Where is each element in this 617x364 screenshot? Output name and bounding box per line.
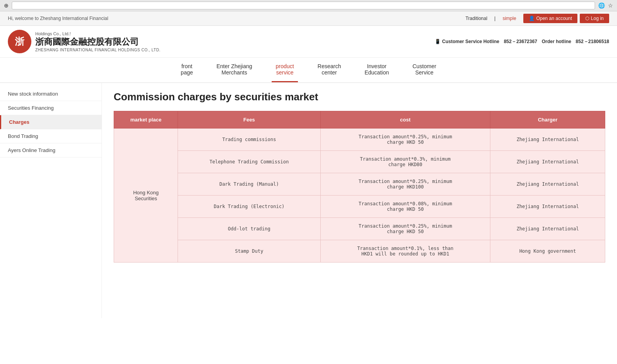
url-bar[interactable]: cnzsqh.hk/list.php?pid=2&ty=11&tty=20 [12, 2, 595, 9]
main-layout: New stock information Securities Financi… [0, 83, 617, 318]
fee-odd-lot: Odd-lot trading [178, 218, 320, 240]
table-row: Odd-lot trading Transaction amount*0.25%… [114, 218, 605, 240]
table-row: Telephone Trading Commission Transaction… [114, 151, 605, 173]
fee-stamp-duty: Stamp Duty [178, 240, 320, 263]
phone-icon: 📱 [435, 39, 441, 44]
order-number: 852－21806518 [576, 39, 609, 44]
hotline-label: Customer Service Hotline [442, 39, 499, 44]
sidebar-item-ayers[interactable]: Ayers Online Trading [0, 143, 102, 158]
charger-dark-electronic: Zhejiang International [490, 196, 605, 218]
open-account-button[interactable]: 👤 Open an account [523, 14, 577, 23]
main-nav: front page Enter Zhejiang Merchants prod… [0, 58, 617, 83]
logo-text-area: Holdings Co., Ltd.! 浙商國際金融控股有限公司 ZHESHAN… [35, 31, 160, 52]
cost-odd-lot: Transaction amount*0.25%, minimum charge… [320, 218, 490, 240]
nav-item-customer[interactable]: Customer Service [408, 58, 440, 82]
fee-dark-manual: Dark Trading (Manual) [178, 173, 320, 196]
bookmark-icon[interactable]: ☆ [608, 2, 613, 9]
cost-dark-manual: Transaction amount*0.25%, minimum charge… [320, 173, 490, 196]
main-content: Commission charges by securities market … [102, 83, 617, 318]
sidebar-item-new-stock[interactable]: New stock information [0, 87, 102, 101]
company-name-en: ZHESHANG INTERNATIONAL FINANCIAL HOLDING… [35, 48, 160, 52]
page-title: Commission charges by securities market [114, 91, 605, 103]
lang-divider: | [494, 16, 495, 21]
browser-logo-icon: ⊕ [4, 2, 9, 9]
nav-item-front[interactable]: front page [177, 58, 197, 82]
language-options: Traditional | simple [463, 15, 518, 22]
lang-simple-button[interactable]: simple [500, 15, 519, 22]
charger-stamp-duty: Hong Kong government [490, 240, 605, 263]
sidebar-item-charges[interactable]: Charges [0, 115, 102, 129]
company-sub: Holdings Co., Ltd.! [35, 31, 160, 36]
nav-item-merchants[interactable]: Enter Zhejiang Merchants [212, 58, 256, 82]
site-header: 浙 Holdings Co., Ltd.! 浙商國際金融控股有限公司 ZHESH… [0, 26, 617, 58]
charger-dark-manual: Zhejiang International [490, 173, 605, 196]
browser-bar: ⊕ cnzsqh.hk/list.php?pid=2&ty=11&tty=20 … [0, 0, 617, 11]
table-row: Stamp Duty Transaction amount*0.1%, less… [114, 240, 605, 263]
market-cell-hk: Hong Kong Securities [114, 129, 178, 263]
lang-traditional-button[interactable]: Traditional [463, 15, 490, 22]
table-row: Dark Trading (Electronic) Transaction am… [114, 196, 605, 218]
hotline-number: 852－23672367 [504, 39, 537, 44]
charger-telephone: Zhejiang International [490, 151, 605, 173]
nav-item-product[interactable]: product service [272, 58, 298, 82]
login-icon: ⬡ [585, 16, 589, 21]
person-icon: 👤 [529, 16, 535, 21]
table-row: Dark Trading (Manual) Transaction amount… [114, 173, 605, 196]
cost-stamp-duty: Transaction amount*0.1%, less than HKD1 … [320, 240, 490, 263]
company-name-cn: 浙商國際金融控股有限公司 [35, 36, 160, 48]
hotline-area: 📱 Customer Service Hotline 852－23672367 … [435, 38, 609, 45]
th-charger: Charger [490, 111, 605, 129]
fee-telephone: Telephone Trading Commission [178, 151, 320, 173]
cost-dark-electronic: Transaction amount*0.08%, minimum charge… [320, 196, 490, 218]
th-market: market place [114, 111, 178, 129]
charger-trading-commissions: Zhejiang International [490, 129, 605, 151]
sidebar: New stock information Securities Financi… [0, 83, 102, 318]
charger-odd-lot: Zhejiang International [490, 218, 605, 240]
sidebar-item-securities-financing[interactable]: Securities Financing [0, 101, 102, 115]
nav-item-research[interactable]: Research center [314, 58, 345, 82]
sidebar-item-bond-trading[interactable]: Bond Trading [0, 129, 102, 143]
fee-dark-electronic: Dark Trading (Electronic) [178, 196, 320, 218]
welcome-text: Hi, welcome to Zheshang International Fi… [8, 16, 108, 21]
translate-icon[interactable]: 🌐 [598, 2, 605, 9]
th-fees: Fees [178, 111, 320, 129]
table-row: Hong Kong Securities Trading commissions… [114, 129, 605, 151]
th-cost: cost [320, 111, 490, 129]
cost-trading-commissions: Transaction amount*0.25%, minimum charge… [320, 129, 490, 151]
welcome-bar: Hi, welcome to Zheshang International Fi… [0, 11, 617, 26]
cost-telephone: Transaction amount*0.3%, minimum charge … [320, 151, 490, 173]
fee-trading-commissions: Trading commissions [178, 129, 320, 151]
top-right-buttons: 👤 Open an account ⬡ Log in [523, 14, 609, 23]
browser-actions: 🌐 ☆ [598, 2, 613, 9]
login-button[interactable]: ⬡ Log in [580, 14, 609, 23]
logo-icon: 浙 [8, 30, 31, 53]
logo-area: 浙 Holdings Co., Ltd.! 浙商國際金融控股有限公司 ZHESH… [8, 30, 160, 53]
order-label: Order hotline [542, 39, 571, 44]
commission-table: market place Fees cost Charger Hong Kong… [114, 111, 605, 263]
nav-item-investor[interactable]: Investor Education [361, 58, 393, 82]
